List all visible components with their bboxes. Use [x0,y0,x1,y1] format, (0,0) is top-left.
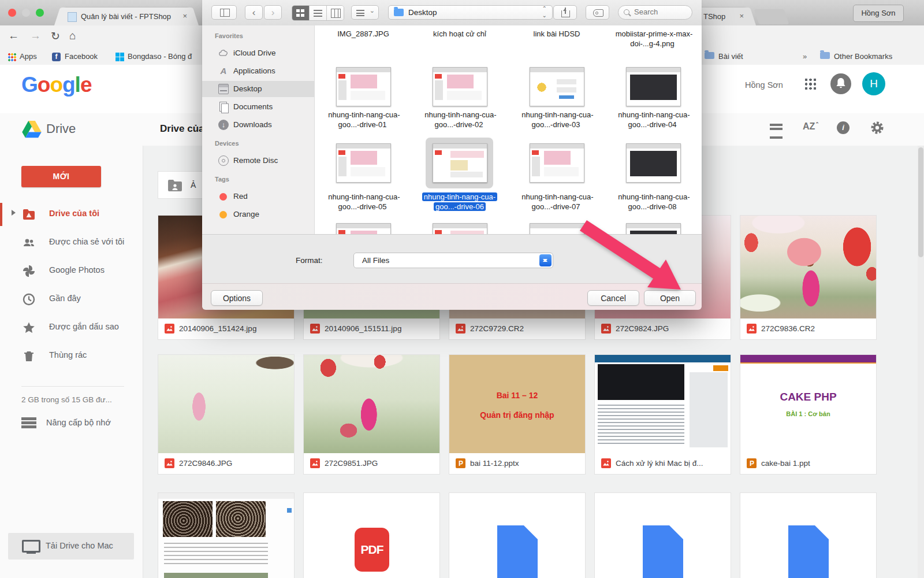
new-button[interactable]: MỚI [21,166,101,187]
file-label[interactable]: nhung-tinh-nang-cua-goo...-drive-03 [511,110,603,129]
file-thumbnail[interactable] [530,143,584,183]
cancel-button[interactable]: Cancel [587,290,639,306]
file-label[interactable]: nhung-tinh-nang-cua-goo...-drive-01 [317,110,409,129]
sidebar-item-remote-disc[interactable]: Remote Disc [202,153,315,169]
google-apps-grid-icon[interactable] [804,78,817,90]
sidebar-item-tag-orange[interactable]: Orange [202,206,315,223]
open-button[interactable]: Open [644,290,696,306]
file-thumbnail[interactable] [626,143,681,183]
drive-logo-icon[interactable] [22,121,42,138]
location-popup[interactable]: Desktop ⌃⌄ [388,5,553,20]
sidebar-item-documents[interactable]: Documents [202,99,315,115]
sort-az-icon[interactable]: AZ⌃ [803,121,819,132]
file-thumbnail[interactable] [433,67,487,106]
breadcrumb[interactable]: Drive của [160,123,204,135]
file-label[interactable]: nhung-tinh-nang-cua-goo...-drive-04 [607,110,699,129]
sidebar-item-my-drive[interactable]: Drive của tôi [0,200,143,228]
file-thumbnail[interactable] [530,67,584,106]
dialog-search-input[interactable] [633,7,690,17]
file-label[interactable]: nhung-tinh-nang-cua-goo...-drive-07 [511,192,603,212]
sidebar-item-icloud-drive[interactable]: iCloud Drive [202,45,315,61]
forward-icon[interactable]: → [30,29,41,42]
file-thumbnail-selected[interactable] [433,143,487,183]
file-tile[interactable] [158,492,295,578]
file-label[interactable]: mobiistar-prime-x-max-doi-...g-4.png [607,29,699,49]
download-drive-button[interactable]: Tải Drive cho Mac [8,533,134,560]
notifications-bell-icon[interactable] [830,73,851,94]
arrange-button[interactable]: ⌄ [351,5,379,20]
sidebar-item-tag-red[interactable]: Red [202,188,315,205]
list-view-icon[interactable] [770,124,783,139]
forward-button[interactable]: › [264,5,282,20]
file-thumbnail[interactable] [626,223,681,234]
file-thumbnail[interactable] [336,223,391,234]
bookmark-facebook[interactable]: Facebook [65,52,98,61]
tab2-close-icon[interactable]: × [739,12,744,20]
file-thumbnail[interactable] [433,223,487,234]
file-thumbnail[interactable] [530,223,584,234]
file-tile[interactable]: Bai 11 – 12 Quản trị đăng nhập Pbai 11-1… [449,354,586,475]
sidebar-item-trash[interactable]: Thùng rác [0,342,143,370]
file-label[interactable]: link bài HDSD [511,29,603,39]
drive-app-name[interactable]: Drive [46,121,76,136]
back-icon[interactable]: ← [8,29,19,42]
file-tile[interactable]: Cách xử lý khi Mac bị đ... [594,354,731,475]
file-tile[interactable] [449,492,586,578]
reload-icon[interactable]: ↻ [51,29,60,43]
avatar[interactable]: H [862,72,885,95]
sidebar-toggle-button[interactable] [211,5,237,20]
list-view-button[interactable] [310,6,327,20]
file-label[interactable]: IMG_2887.JPG [317,29,409,39]
facebook-icon[interactable]: f [52,53,61,61]
file-thumbnail[interactable] [336,143,391,183]
bookmark-bongdaso[interactable]: Bongdaso - Bóng đ [128,52,203,61]
back-button[interactable]: ‹ [245,5,263,20]
sidebar-item-downloads[interactable]: ↓ Downloads [202,117,315,133]
icon-view-button[interactable] [292,6,310,20]
file-tile[interactable] [594,492,731,578]
expand-arrow-icon[interactable] [12,210,18,216]
sidebar-item-google-photos[interactable]: Google Photos [0,257,143,285]
drive-user-name[interactable]: Hồng Sơn [745,80,783,90]
bookmarks-overflow-chevron[interactable]: » [803,52,807,61]
settings-gear-icon[interactable] [870,120,885,138]
file-label[interactable]: nhung-tinh-nang-cua-goo...-drive-02 [413,110,506,129]
browser-profile-button[interactable]: Hồng Sơn [853,5,904,22]
folder-icon[interactable] [820,52,830,59]
format-popup[interactable]: All Files [353,253,553,268]
tab-close-icon[interactable]: × [182,12,187,20]
file-tile[interactable]: PDF [303,492,440,578]
bookmark-apps[interactable]: Apps [20,52,37,61]
minimize-window-icon[interactable] [22,9,30,17]
file-tile[interactable]: 272C9836.CR2 [740,215,877,340]
scrollbar-thumb[interactable] [918,147,923,257]
file-label[interactable]: kích hoạt cử chỉ [413,29,506,39]
sidebar-item-recent[interactable]: Gần đây [0,285,143,313]
sidebar-item-desktop[interactable]: Desktop [202,81,315,97]
file-thumbnail[interactable] [626,67,681,106]
file-label[interactable]: nhung-tinh-nang-cua-goo...-drive-08 [607,192,699,212]
tab-active[interactable]: Quản lý bài viết - FPTShop × [62,8,191,25]
home-icon[interactable]: ⌂ [69,29,76,42]
column-view-button[interactable] [327,6,344,20]
dialog-search-field[interactable] [618,5,692,20]
file-tile[interactable]: 272C9851.JPG [303,354,440,475]
info-icon[interactable]: i [837,121,850,134]
folder-icon[interactable] [705,52,714,59]
file-tile[interactable]: 272C9846.JPG [158,354,295,475]
share-button[interactable] [553,5,577,20]
sidebar-item-applications[interactable]: A Applications [202,63,315,79]
sidebar-item-starred[interactable]: Được gắn dấu sao [0,313,143,342]
file-thumbnail[interactable] [336,67,391,106]
windows-icon[interactable] [116,53,124,61]
bookmark-bai-viet[interactable]: Bài viết [718,52,743,61]
tags-button[interactable] [586,5,609,20]
file-tile[interactable] [740,492,877,578]
options-button[interactable]: Options [211,290,263,306]
file-label[interactable]: nhung-tinh-nang-cua-goo...-drive-05 [317,192,409,212]
new-tab-button[interactable] [754,9,789,24]
close-window-icon[interactable] [8,9,16,17]
bookmark-other-bookmarks[interactable]: Other Bookmarks [834,52,892,61]
file-tile[interactable]: CAKE PHP BÀI 1 : Cơ bản Pcake-bai 1.ppt [740,354,877,475]
sidebar-item-shared-with-me[interactable]: Được chia sẻ với tôi [0,228,143,257]
